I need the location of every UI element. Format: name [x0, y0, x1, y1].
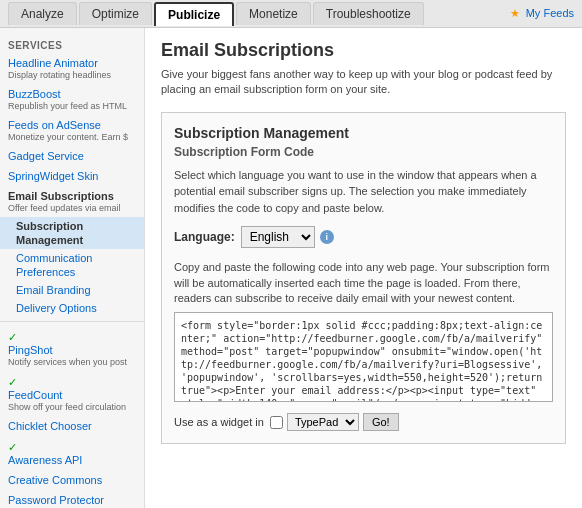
info-icon[interactable]: i	[320, 230, 334, 244]
sidebar-link-email-subscriptions[interactable]: Email Subscriptions	[8, 190, 136, 202]
sidebar: SERVICES Headline Animator Display rotat…	[0, 28, 145, 508]
page-title: Email Subscriptions	[161, 40, 566, 61]
sidebar-sublabel-feeds-adsense: Monetize your content. Earn $	[8, 132, 136, 142]
section-box: Subscription Management Subscription For…	[161, 112, 566, 445]
language-instruction: Select which language you want to use in…	[174, 167, 553, 217]
sidebar-link-feeds-adsense[interactable]: Feeds on AdSense	[8, 119, 136, 131]
sidebar-item-email-subscriptions[interactable]: Email Subscriptions Offer feed updates v…	[0, 186, 144, 217]
sidebar-sub-delivery-options[interactable]: Delivery Options	[0, 299, 144, 317]
language-label: Language:	[174, 230, 235, 244]
sidebar-link-creative-commons[interactable]: Creative Commons	[8, 474, 136, 486]
form-code-label: Subscription Form Code	[174, 145, 553, 159]
top-navigation: Analyze Optimize Publicize Monetize Trou…	[0, 0, 582, 28]
tab-monetize[interactable]: Monetize	[236, 2, 311, 25]
sidebar-item-headline-animator[interactable]: Headline Animator Display rotating headl…	[0, 53, 144, 84]
sidebar-link-feedcount[interactable]: FeedCount	[8, 389, 136, 401]
sidebar-item-creative-commons[interactable]: Creative Commons	[0, 470, 144, 490]
tab-publicize[interactable]: Publicize	[154, 2, 234, 26]
sidebar-link-password-protector[interactable]: Password Protector	[8, 494, 136, 506]
sidebar-item-feedcount[interactable]: ✓ FeedCount Show off your feed circulati…	[0, 371, 144, 416]
tab-troubleshootize[interactable]: Troubleshootize	[313, 2, 424, 25]
language-select[interactable]: English Spanish French German	[241, 226, 315, 248]
widget-label: Use as a widget in	[174, 416, 264, 428]
sidebar-item-pingshot[interactable]: ✓ PingShot Notify services when you post	[0, 326, 144, 371]
sidebar-section-title: SERVICES	[0, 36, 144, 53]
sidebar-link-awareness-api[interactable]: Awareness API	[8, 454, 136, 466]
sidebar-sublabel-email-subscriptions: Offer feed updates via email	[8, 203, 136, 213]
sidebar-item-buzzboost[interactable]: BuzzBoost Republish your feed as HTML	[0, 84, 144, 115]
sidebar-link-gadget-service[interactable]: Gadget Service	[8, 150, 136, 162]
sidebar-link-springwidget[interactable]: SpringWidget Skin	[8, 170, 136, 182]
main-content: Email Subscriptions Give your biggest fa…	[145, 28, 582, 508]
sidebar-sublabel-buzzboost: Republish your feed as HTML	[8, 101, 136, 111]
sidebar-link-buzzboost[interactable]: BuzzBoost	[8, 88, 136, 100]
section-title: Subscription Management	[174, 125, 553, 141]
star-icon: ★	[510, 7, 520, 19]
page-description: Give your biggest fans another way to ke…	[161, 67, 566, 98]
sidebar-item-awareness-api[interactable]: ✓ Awareness API	[0, 436, 144, 470]
sidebar-sub-link-communication-prefs[interactable]: Communication Preferences	[16, 252, 92, 278]
sidebar-link-chicklet-chooser[interactable]: Chicklet Chooser	[8, 420, 136, 432]
sidebar-link-pingshot[interactable]: PingShot	[8, 344, 136, 356]
widget-platform-select[interactable]: TypePad	[287, 413, 359, 431]
widget-checkbox[interactable]	[270, 416, 283, 429]
code-textarea[interactable]	[174, 312, 553, 402]
sidebar-sub-link-subscription-management[interactable]: Subscription Management	[16, 220, 83, 246]
sidebar-divider	[0, 321, 144, 322]
sidebar-item-springwidget[interactable]: SpringWidget Skin	[0, 166, 144, 186]
my-feeds-link[interactable]: ★ My Feeds	[510, 7, 574, 20]
go-button[interactable]: Go!	[363, 413, 399, 431]
sidebar-item-gadget-service[interactable]: Gadget Service	[0, 146, 144, 166]
sidebar-sublabel-pingshot: Notify services when you post	[8, 357, 136, 367]
sidebar-sub-email-branding[interactable]: Email Branding	[0, 281, 144, 299]
checkmark-awareness-api: ✓	[8, 441, 17, 453]
sidebar-item-password-protector[interactable]: Password Protector	[0, 490, 144, 508]
sidebar-sub-link-email-branding[interactable]: Email Branding	[16, 284, 91, 296]
sidebar-sub-link-delivery-options[interactable]: Delivery Options	[16, 302, 97, 314]
checkmark-pingshot: ✓	[8, 331, 17, 343]
sidebar-item-feeds-adsense[interactable]: Feeds on AdSense Monetize your content. …	[0, 115, 144, 146]
sidebar-sub-communication-prefs[interactable]: Communication Preferences	[0, 249, 144, 281]
sidebar-sublabel-feedcount: Show off your feed circulation	[8, 402, 136, 412]
sidebar-item-chicklet-chooser[interactable]: Chicklet Chooser	[0, 416, 144, 436]
sidebar-sub-subscription-management[interactable]: Subscription Management	[0, 217, 144, 249]
main-layout: SERVICES Headline Animator Display rotat…	[0, 28, 582, 508]
copy-instruction: Copy and paste the following code into a…	[174, 260, 553, 306]
tab-analyze[interactable]: Analyze	[8, 2, 77, 25]
checkmark-feedcount: ✓	[8, 376, 17, 388]
widget-row: Use as a widget in TypePad Go!	[174, 413, 553, 431]
tab-optimize[interactable]: Optimize	[79, 2, 152, 25]
sidebar-sublabel-headline-animator: Display rotating headlines	[8, 70, 136, 80]
language-row: Language: English Spanish French German …	[174, 226, 553, 248]
sidebar-link-headline-animator[interactable]: Headline Animator	[8, 57, 136, 69]
